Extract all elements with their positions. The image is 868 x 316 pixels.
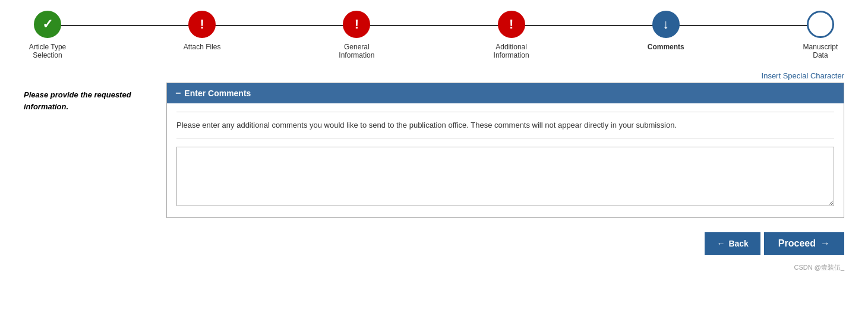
bottom-bar: ← Back Proceed → <box>0 224 868 263</box>
watermark-text: CSDN @壹装伍_ <box>794 264 844 271</box>
step-circle-error-additional: ! <box>498 11 525 38</box>
insert-special-link[interactable]: Insert Special Character <box>762 71 844 80</box>
comments-box: − Enter Comments Please enter any additi… <box>166 83 844 218</box>
collapse-icon[interactable]: − <box>175 88 181 99</box>
step-manuscript-data[interactable]: ManuscriptData <box>797 11 844 59</box>
back-button[interactable]: ← Back <box>705 232 760 255</box>
back-arrow-icon: ← <box>717 239 725 248</box>
divider-bottom <box>176 138 834 138</box>
insert-special-container: Insert Special Character <box>166 71 844 80</box>
step-label-manuscript: ManuscriptData <box>803 43 838 59</box>
step-circle-pending <box>807 11 834 38</box>
proceed-button[interactable]: Proceed → <box>764 232 844 255</box>
proceed-label: Proceed <box>778 238 816 249</box>
watermark: CSDN @壹装伍_ <box>0 263 868 274</box>
step-label-general-info: GeneralInformation <box>339 43 374 59</box>
right-panel: Insert Special Character − Enter Comment… <box>166 71 844 218</box>
divider-top <box>176 112 834 112</box>
step-additional-information[interactable]: ! AdditionalInformation <box>488 11 535 59</box>
left-panel: Please provide the requested information… <box>24 71 154 218</box>
step-circle-error-general: ! <box>343 11 370 38</box>
step-circle-current: ↓ <box>652 11 680 38</box>
comments-textarea[interactable] <box>176 147 834 206</box>
step-circle-complete: ✓ <box>34 11 61 38</box>
step-label-attach-files: Attach Files <box>184 43 221 51</box>
step-label-article-type: Article TypeSelection <box>29 43 66 59</box>
instruction-text: Please provide the requested information… <box>24 89 154 112</box>
comments-header-title: Enter Comments <box>184 89 251 98</box>
step-general-information[interactable]: ! GeneralInformation <box>333 11 380 59</box>
comments-description: Please enter any additional comments you… <box>176 119 834 132</box>
step-label-comments: Comments <box>648 43 684 51</box>
comments-body: Please enter any additional comments you… <box>167 103 844 217</box>
back-label: Back <box>728 239 748 248</box>
step-circle-error-attach: ! <box>188 11 216 38</box>
proceed-arrow-icon: → <box>820 238 830 249</box>
step-attach-files[interactable]: ! Attach Files <box>178 11 226 51</box>
main-content: Please provide the requested information… <box>0 65 868 224</box>
comments-header: − Enter Comments <box>167 83 844 103</box>
stepper-line <box>48 25 820 26</box>
step-article-type-selection[interactable]: ✓ Article TypeSelection <box>24 11 71 59</box>
step-label-additional-info: AdditionalInformation <box>494 43 529 59</box>
stepper: ✓ Article TypeSelection ! Attach Files !… <box>0 0 868 65</box>
step-comments[interactable]: ↓ Comments <box>642 11 690 51</box>
